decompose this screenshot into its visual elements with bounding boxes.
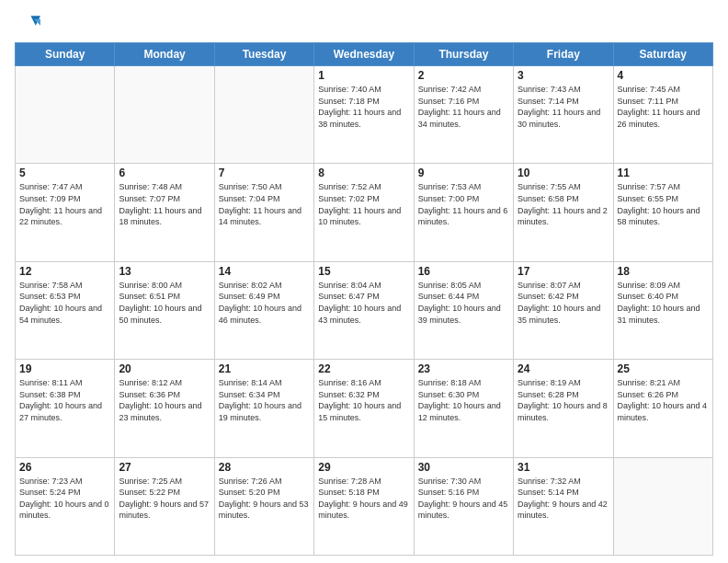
header xyxy=(15,11,713,37)
calendar-cell: 30Sunrise: 7:30 AM Sunset: 5:16 PM Dayli… xyxy=(414,457,513,555)
calendar-cell: 2Sunrise: 7:42 AM Sunset: 7:16 PM Daylig… xyxy=(414,66,513,164)
day-number: 11 xyxy=(618,167,709,179)
day-number: 30 xyxy=(418,461,509,474)
day-number: 18 xyxy=(618,265,709,278)
day-number: 26 xyxy=(19,461,110,474)
calendar-cell: 11Sunrise: 7:57 AM Sunset: 6:55 PM Dayli… xyxy=(613,164,712,261)
day-info: Sunrise: 8:02 AM Sunset: 6:49 PM Dayligh… xyxy=(219,280,310,326)
weekday-header-row: SundayMondayTuesdayWednesdayThursdayFrid… xyxy=(16,43,713,66)
day-number: 5 xyxy=(19,167,110,179)
day-number: 15 xyxy=(318,265,409,278)
calendar-cell: 27Sunrise: 7:25 AM Sunset: 5:22 PM Dayli… xyxy=(115,457,214,555)
calendar-cell: 7Sunrise: 7:50 AM Sunset: 7:04 PM Daylig… xyxy=(214,164,313,261)
calendar-cell xyxy=(115,66,214,164)
calendar-cell: 17Sunrise: 8:07 AM Sunset: 6:42 PM Dayli… xyxy=(514,261,613,359)
calendar-cell: 31Sunrise: 7:32 AM Sunset: 5:14 PM Dayli… xyxy=(514,457,613,555)
calendar-cell xyxy=(16,66,115,164)
day-number: 8 xyxy=(318,167,409,179)
page: SundayMondayTuesdayWednesdayThursdayFrid… xyxy=(0,0,728,563)
calendar-cell: 25Sunrise: 8:21 AM Sunset: 6:26 PM Dayli… xyxy=(613,360,712,457)
day-number: 17 xyxy=(518,265,609,278)
calendar-table: SundayMondayTuesdayWednesdayThursdayFrid… xyxy=(15,42,713,556)
weekday-header-tuesday: Tuesday xyxy=(214,43,313,66)
day-number: 13 xyxy=(119,265,210,278)
day-info: Sunrise: 7:40 AM Sunset: 7:18 PM Dayligh… xyxy=(318,84,409,130)
weekday-header-friday: Friday xyxy=(514,43,613,66)
day-info: Sunrise: 7:55 AM Sunset: 6:58 PM Dayligh… xyxy=(518,181,609,227)
day-info: Sunrise: 8:12 AM Sunset: 6:36 PM Dayligh… xyxy=(119,377,210,423)
day-number: 29 xyxy=(318,461,409,474)
calendar-cell xyxy=(613,457,712,555)
week-row-3: 12Sunrise: 7:58 AM Sunset: 6:53 PM Dayli… xyxy=(16,261,713,359)
calendar-cell: 29Sunrise: 7:28 AM Sunset: 5:18 PM Dayli… xyxy=(314,457,414,555)
week-row-5: 26Sunrise: 7:23 AM Sunset: 5:24 PM Dayli… xyxy=(16,457,713,555)
day-number: 9 xyxy=(418,167,509,179)
day-info: Sunrise: 7:45 AM Sunset: 7:11 PM Dayligh… xyxy=(618,84,709,130)
calendar-cell: 16Sunrise: 8:05 AM Sunset: 6:44 PM Dayli… xyxy=(414,261,513,359)
day-info: Sunrise: 7:57 AM Sunset: 6:55 PM Dayligh… xyxy=(618,181,709,227)
day-number: 6 xyxy=(119,167,210,179)
calendar-cell: 22Sunrise: 8:16 AM Sunset: 6:32 PM Dayli… xyxy=(314,360,414,457)
day-number: 10 xyxy=(518,167,609,179)
calendar-cell: 28Sunrise: 7:26 AM Sunset: 5:20 PM Dayli… xyxy=(214,457,313,555)
day-info: Sunrise: 8:09 AM Sunset: 6:40 PM Dayligh… xyxy=(618,280,709,326)
day-number: 1 xyxy=(318,69,409,82)
day-number: 16 xyxy=(418,265,509,278)
day-number: 22 xyxy=(318,362,409,375)
weekday-header-monday: Monday xyxy=(115,43,214,66)
calendar-cell: 14Sunrise: 8:02 AM Sunset: 6:49 PM Dayli… xyxy=(214,261,313,359)
calendar-cell: 18Sunrise: 8:09 AM Sunset: 6:40 PM Dayli… xyxy=(613,261,712,359)
day-info: Sunrise: 8:04 AM Sunset: 6:47 PM Dayligh… xyxy=(318,280,409,326)
day-info: Sunrise: 7:50 AM Sunset: 7:04 PM Dayligh… xyxy=(219,181,310,227)
day-info: Sunrise: 8:07 AM Sunset: 6:42 PM Dayligh… xyxy=(518,280,609,326)
day-number: 24 xyxy=(518,362,609,375)
week-row-1: 1Sunrise: 7:40 AM Sunset: 7:18 PM Daylig… xyxy=(16,66,713,164)
day-number: 14 xyxy=(219,265,310,278)
calendar-cell: 23Sunrise: 8:18 AM Sunset: 6:30 PM Dayli… xyxy=(414,360,513,457)
week-row-2: 5Sunrise: 7:47 AM Sunset: 7:09 PM Daylig… xyxy=(16,164,713,261)
weekday-header-wednesday: Wednesday xyxy=(314,43,414,66)
calendar-cell: 6Sunrise: 7:48 AM Sunset: 7:07 PM Daylig… xyxy=(115,164,214,261)
weekday-header-saturday: Saturday xyxy=(613,43,712,66)
day-number: 23 xyxy=(418,362,509,375)
week-row-4: 19Sunrise: 8:11 AM Sunset: 6:38 PM Dayli… xyxy=(16,360,713,457)
day-number: 25 xyxy=(618,362,709,375)
day-number: 4 xyxy=(618,69,709,82)
calendar-cell: 10Sunrise: 7:55 AM Sunset: 6:58 PM Dayli… xyxy=(514,164,613,261)
calendar-cell: 21Sunrise: 8:14 AM Sunset: 6:34 PM Dayli… xyxy=(214,360,313,457)
day-number: 3 xyxy=(518,69,609,82)
calendar-cell xyxy=(214,66,313,164)
day-info: Sunrise: 8:05 AM Sunset: 6:44 PM Dayligh… xyxy=(418,280,509,326)
day-info: Sunrise: 7:26 AM Sunset: 5:20 PM Dayligh… xyxy=(219,476,310,522)
day-info: Sunrise: 7:32 AM Sunset: 5:14 PM Dayligh… xyxy=(518,476,609,522)
day-info: Sunrise: 7:53 AM Sunset: 7:00 PM Dayligh… xyxy=(418,181,509,227)
calendar-cell: 13Sunrise: 8:00 AM Sunset: 6:51 PM Dayli… xyxy=(115,261,214,359)
calendar-cell: 15Sunrise: 8:04 AM Sunset: 6:47 PM Dayli… xyxy=(314,261,414,359)
calendar-cell: 1Sunrise: 7:40 AM Sunset: 7:18 PM Daylig… xyxy=(314,66,414,164)
day-number: 20 xyxy=(119,362,210,375)
day-number: 31 xyxy=(518,461,609,474)
day-info: Sunrise: 8:19 AM Sunset: 6:28 PM Dayligh… xyxy=(518,377,609,423)
calendar-cell: 8Sunrise: 7:52 AM Sunset: 7:02 PM Daylig… xyxy=(314,164,414,261)
day-info: Sunrise: 7:52 AM Sunset: 7:02 PM Dayligh… xyxy=(318,181,409,227)
calendar-cell: 9Sunrise: 7:53 AM Sunset: 7:00 PM Daylig… xyxy=(414,164,513,261)
day-number: 7 xyxy=(219,167,310,179)
day-number: 19 xyxy=(19,362,110,375)
day-info: Sunrise: 8:16 AM Sunset: 6:32 PM Dayligh… xyxy=(318,377,409,423)
day-info: Sunrise: 8:14 AM Sunset: 6:34 PM Dayligh… xyxy=(219,377,310,423)
day-info: Sunrise: 7:23 AM Sunset: 5:24 PM Dayligh… xyxy=(19,476,110,522)
day-info: Sunrise: 7:30 AM Sunset: 5:16 PM Dayligh… xyxy=(418,476,509,522)
day-info: Sunrise: 8:11 AM Sunset: 6:38 PM Dayligh… xyxy=(19,377,110,423)
weekday-header-sunday: Sunday xyxy=(16,43,115,66)
day-number: 21 xyxy=(219,362,310,375)
day-info: Sunrise: 7:43 AM Sunset: 7:14 PM Dayligh… xyxy=(518,84,609,130)
day-info: Sunrise: 7:48 AM Sunset: 7:07 PM Dayligh… xyxy=(119,181,210,227)
calendar-cell: 5Sunrise: 7:47 AM Sunset: 7:09 PM Daylig… xyxy=(16,164,115,261)
day-number: 27 xyxy=(119,461,210,474)
day-info: Sunrise: 8:21 AM Sunset: 6:26 PM Dayligh… xyxy=(618,377,709,423)
day-info: Sunrise: 7:47 AM Sunset: 7:09 PM Dayligh… xyxy=(19,181,110,227)
logo-icon xyxy=(15,11,40,37)
calendar-cell: 19Sunrise: 8:11 AM Sunset: 6:38 PM Dayli… xyxy=(16,360,115,457)
day-info: Sunrise: 7:28 AM Sunset: 5:18 PM Dayligh… xyxy=(318,476,409,522)
calendar-cell: 12Sunrise: 7:58 AM Sunset: 6:53 PM Dayli… xyxy=(16,261,115,359)
